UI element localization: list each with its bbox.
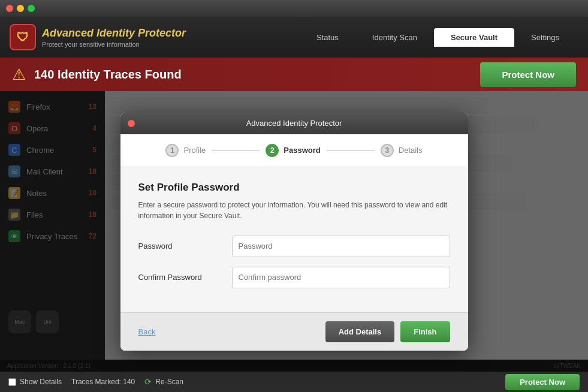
tab-settings[interactable]: Settings [514,28,576,47]
tab-secure-vault[interactable]: Secure Vault [434,28,514,47]
step-connector-1 [212,150,260,151]
tab-status[interactable]: Status [300,28,355,47]
modal-body: Set Profile Password Enter a secure pass… [120,167,468,312]
step-label-details: Details [399,146,423,155]
step-connector-2 [327,150,375,151]
app-logo: 🛡 Advanced Identity Protector Protect yo… [10,24,186,50]
main-content: 🦊 Firefox 13 O Opera 4 C Chrome 5 ✉ Mail… [0,91,588,372]
warning-icon: ⚠ [12,65,26,84]
step-profile: 1 Profile [165,144,206,157]
wizard-steps: 1 Profile 2 Password 3 Details [120,134,468,167]
modal-title: Advanced Identity Protector [246,119,342,128]
app-subtitle: Protect your sensitive information [42,41,186,48]
tab-identity-scan[interactable]: Identity Scan [355,28,434,47]
confirm-password-input[interactable] [232,267,450,288]
maximize-dot[interactable] [28,5,35,12]
modal-footer: Back Add Details Finish [120,312,468,351]
logo-text: Advanced Identity Protector Protect your… [42,27,186,48]
step-label-password: Password [284,146,320,155]
app-title-rest: Identity Protector [94,27,186,39]
password-input[interactable] [232,236,450,257]
bottom-bar: Show Details Traces Marked: 140 ⟳ Re-Sca… [0,372,588,392]
nav-tabs: Status Identity Scan Secure Vault Settin… [300,28,576,47]
add-details-button[interactable]: Add Details [325,321,395,342]
back-button[interactable]: Back [138,327,156,336]
step-circle-profile: 1 [165,144,179,157]
protect-now-button[interactable]: Protect Now [480,62,576,87]
confirm-password-label: Confirm Password [138,273,222,282]
step-label-profile: Profile [183,146,206,155]
step-circle-password: 2 [266,144,279,157]
modal-close-dot[interactable] [128,120,135,127]
finish-button[interactable]: Finish [400,321,450,342]
app-header: 🛡 Advanced Identity Protector Protect yo… [0,17,588,58]
close-dot[interactable] [6,5,13,12]
app-title-italic: Advanced [42,27,94,39]
password-row: Password [138,236,450,257]
step-circle-details: 3 [381,144,394,157]
alert-content: ⚠ 140 Identity Traces Found [12,65,182,84]
modal-section-desc: Enter a secure password to protect your … [138,200,450,221]
alert-bar: ⚠ 140 Identity Traces Found Protect Now [0,58,588,91]
bottom-protect-now-button[interactable]: Protect Now [505,374,580,390]
alert-text: 140 Identity Traces Found [34,68,182,82]
app-title: Advanced Identity Protector [42,27,186,40]
bottom-left: Show Details Traces Marked: 140 ⟳ Re-Sca… [8,377,183,387]
footer-buttons: Add Details Finish [325,321,450,342]
rescan-label: Re-Scan [155,378,183,386]
modal-titlebar: Advanced Identity Protector [120,113,468,134]
modal-dialog: Advanced Identity Protector 1 Profile 2 … [120,113,468,351]
logo-icon: 🛡 [10,24,36,50]
show-details-wrap: Show Details [8,378,62,386]
modal-section-title: Set Profile Password [138,182,450,194]
show-details-checkbox[interactable] [8,378,16,386]
minimize-dot[interactable] [17,5,24,12]
show-details-label: Show Details [20,378,62,386]
confirm-password-row: Confirm Password [138,267,450,288]
rescan-icon: ⟳ [144,377,152,387]
modal-overlay: Advanced Identity Protector 1 Profile 2 … [0,91,588,372]
rescan-wrap[interactable]: ⟳ Re-Scan [144,377,183,387]
traces-marked-text: Traces Marked: 140 [71,378,135,386]
step-password: 2 Password [266,144,320,157]
step-details: 3 Details [381,144,423,157]
titlebar [0,0,588,17]
password-label: Password [138,242,222,251]
